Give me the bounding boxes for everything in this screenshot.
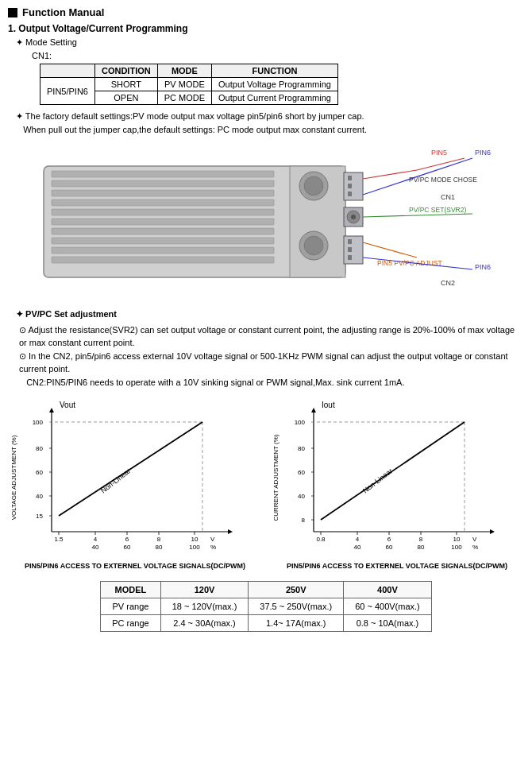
table-row: PC range 2.4 ~ 30A(max.) 1.4~ 17A(max.) …	[101, 615, 432, 632]
svg-text:%: %	[472, 544, 478, 551]
svg-rect-1	[52, 171, 274, 177]
svg-rect-6	[52, 219, 274, 225]
svg-rect-20	[344, 236, 363, 264]
pv-120v: 18 ~ 120V(max.)	[160, 598, 249, 615]
svg-rect-5	[52, 209, 274, 215]
svg-text:V: V	[210, 536, 215, 543]
right-chart: CURRENT ADJUSTMENT (%) Iout 100 80 60 40	[270, 398, 508, 557]
pc-400v: 0.8 ~ 10A(max.)	[344, 615, 432, 632]
charts-row: VOLTAGE ADJUSTMENT (%) Vout 100 80	[8, 398, 524, 570]
pvpc-adj-item1: ⊙ Adjust the resistance(SVR2) can set ou…	[19, 323, 524, 350]
svg-point-13	[304, 176, 323, 196]
svg-text:8: 8	[157, 536, 161, 543]
pvpc-section: ✦ PV/PC Set adjustment ⊙ Adjust the resi…	[16, 308, 524, 389]
svg-text:80: 80	[418, 544, 425, 551]
left-chart: VOLTAGE ADJUSTMENT (%) Vout 100 80	[8, 398, 246, 557]
svg-text:100: 100	[33, 419, 44, 426]
model-header-2: 250V	[249, 582, 344, 598]
right-x-axis-top: Iout	[322, 401, 335, 409]
svg-text:60: 60	[124, 544, 131, 551]
row1-mode: PV MODE	[157, 78, 211, 91]
pc-120v: 2.4 ~ 30A(max.)	[160, 615, 249, 632]
svg-text:40: 40	[298, 493, 305, 500]
pvpc-adj-title: ✦ PV/PC Set adjustment	[16, 308, 524, 322]
table-row: PV range 18 ~ 120V(max.) 37.5 ~ 250V(max…	[101, 598, 432, 615]
svg-rect-16	[344, 172, 363, 200]
pin6b-label: PIN6	[475, 263, 491, 271]
note1: ✦ The factory default settings:PV mode o…	[16, 110, 524, 136]
cn1-diagram-label: CN1	[441, 193, 455, 201]
svg-rect-22	[348, 247, 352, 252]
svg-marker-36	[49, 408, 54, 412]
svg-rect-4	[52, 199, 274, 206]
model-header-0: MODEL	[101, 582, 160, 598]
model-header-1: 120V	[160, 582, 249, 598]
svg-text:60: 60	[36, 469, 43, 476]
svg-text:60: 60	[298, 469, 305, 476]
right-chart-svg-wrap: CURRENT ADJUSTMENT (%) Iout 100 80 60 40	[270, 398, 524, 559]
svg-line-61	[59, 422, 202, 516]
left-chart-svg-wrap: VOLTAGE ADJUSTMENT (%) Vout 100 80	[8, 398, 262, 559]
left-x-axis-top: Vout	[60, 401, 75, 409]
svg-text:100: 100	[189, 544, 200, 551]
right-y-axis-label: CURRENT ADJUSTMENT (%)	[272, 434, 279, 521]
model-table-wrap: MODEL 120V 250V 400V PV range 18 ~ 120V(…	[8, 581, 524, 632]
mode-setting-label: ✦ Mode Setting	[16, 37, 524, 48]
row2-mode: PC MODE	[157, 91, 211, 105]
pvpc-mode-label: PV/PC MODE CHOSE	[409, 176, 477, 184]
svg-text:40: 40	[36, 493, 43, 500]
svg-marker-37	[228, 529, 233, 534]
svg-text:40: 40	[354, 544, 361, 551]
model-header-3: 400V	[344, 582, 432, 598]
pvpc-adj-item2: ⊙ In the CN2, pin5/pin6 access external …	[19, 350, 524, 389]
pin6-label: PIN6	[475, 149, 491, 157]
pv-250v: 37.5 ~ 250V(max.)	[249, 598, 344, 615]
row1-condition: SHORT	[94, 78, 157, 91]
pc-range-label: PC range	[101, 615, 160, 632]
svg-rect-17	[348, 176, 352, 180]
left-chart-container: VOLTAGE ADJUSTMENT (%) Vout 100 80	[8, 398, 262, 570]
svg-text:6: 6	[125, 536, 129, 543]
svg-text:40: 40	[92, 544, 99, 551]
pv-400v: 60 ~ 400V(max.)	[344, 598, 432, 615]
left-chart-label: PIN5/PIN6 ACCESS TO EXTERNEL VOLTAGE SIG…	[25, 562, 245, 570]
svg-text:10: 10	[191, 536, 199, 543]
left-nonlinear-label: Non-Linear	[99, 467, 132, 494]
svg-text:8: 8	[302, 517, 306, 524]
svg-rect-3	[52, 190, 274, 196]
section1-title: 1. Output Voltage/Current Programming	[8, 23, 524, 34]
svg-text:80: 80	[298, 445, 305, 452]
svg-rect-8	[52, 238, 274, 244]
title-square	[8, 8, 17, 17]
svg-point-26	[351, 215, 356, 219]
svg-rect-19	[348, 192, 352, 196]
right-chart-label: PIN5/PIN6 ACCESS TO EXTERNEL VOLTAGE SIG…	[287, 562, 507, 570]
svg-text:80: 80	[156, 544, 163, 551]
svg-text:15: 15	[36, 513, 43, 520]
svg-rect-21	[348, 239, 352, 244]
svg-rect-18	[348, 184, 352, 188]
model-table: MODEL 120V 250V 400V PV range 18 ~ 120V(…	[100, 581, 432, 632]
pin-label: PIN5/PIN6	[40, 78, 95, 105]
svg-text:4: 4	[94, 536, 98, 543]
row1-function: Output Voltage Programming	[212, 78, 338, 91]
table-header-function: FUNCTION	[212, 64, 338, 78]
svg-rect-9	[52, 247, 274, 254]
svg-line-32	[363, 242, 417, 258]
svg-text:1.5: 1.5	[54, 536, 64, 543]
left-y-axis-label: VOLTAGE ADJUSTMENT (%)	[10, 435, 17, 520]
svg-text:10: 10	[453, 536, 461, 543]
svg-text:100: 100	[295, 419, 306, 426]
svg-text:4: 4	[356, 536, 360, 543]
svg-rect-2	[52, 180, 274, 187]
cn1-label: CN1:	[32, 51, 524, 60]
svg-rect-10	[52, 257, 274, 263]
svg-line-31	[363, 214, 472, 217]
svg-text:%: %	[210, 544, 216, 551]
title-bar: Function Manual	[8, 6, 524, 18]
svg-rect-23	[348, 255, 352, 260]
svg-text:8: 8	[419, 536, 423, 543]
table-header-mode: MODE	[157, 64, 211, 78]
table-header-condition: CONDITION	[94, 64, 157, 78]
pvpc-set-label: PV/PC SET(SVR2)	[409, 206, 466, 214]
